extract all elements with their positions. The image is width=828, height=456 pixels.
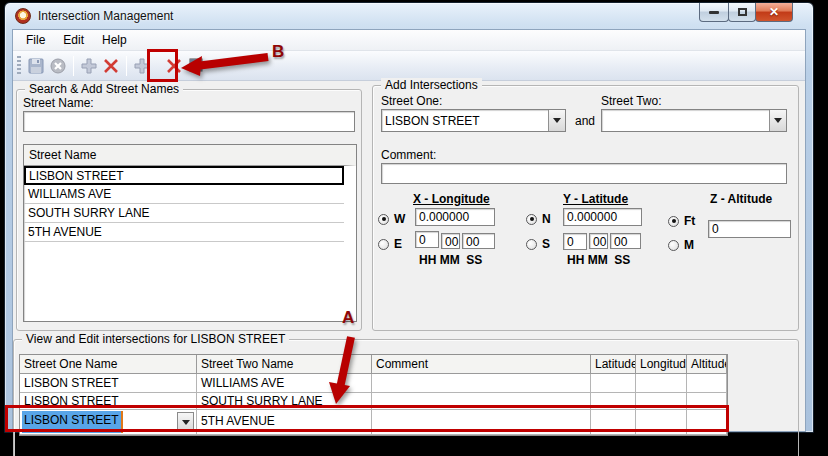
delete-intersection-icon <box>166 58 182 74</box>
cancel-icon <box>50 58 66 74</box>
y-latitude-title: Y - Latitude <box>563 192 628 206</box>
maximize-button[interactable] <box>728 3 756 22</box>
view-intersections-button[interactable] <box>185 55 207 77</box>
street-one-edit-combo[interactable]: LISBON STREET <box>20 410 197 435</box>
col-street-two[interactable]: Street Two Name <box>197 355 372 374</box>
cell-altitude[interactable] <box>687 393 727 410</box>
add-street-icon <box>81 58 97 74</box>
cell-altitude[interactable] <box>687 374 727 393</box>
cell-longitude[interactable] <box>636 410 687 435</box>
add-groupbox-title: Add Intersections <box>381 78 482 92</box>
cell-comment[interactable] <box>372 393 591 410</box>
app-icon <box>15 8 31 24</box>
cell-latitude[interactable] <box>591 374 636 393</box>
delete-street-button[interactable] <box>100 55 122 77</box>
longitude-hms-label: HH MM SS <box>419 253 482 267</box>
cell-street-two[interactable]: SOUTH SURRY LANE <box>197 393 372 410</box>
meters-radio[interactable]: M <box>668 238 694 252</box>
cell-street-one[interactable]: LISBON STREET <box>20 393 197 410</box>
radio-icon <box>378 214 389 225</box>
cell-longitude[interactable] <box>636 374 687 393</box>
toolbar-separator <box>73 56 74 76</box>
radio-icon <box>668 216 679 227</box>
street-one-label: Street One: <box>381 94 442 108</box>
longitude-ss-input[interactable]: 00 <box>462 233 495 249</box>
title-bar[interactable]: Intersection Management ✕ <box>5 3 813 29</box>
table-row-editing[interactable]: LISBON STREET 5TH AVENUE <box>20 410 727 435</box>
west-radio[interactable]: W <box>378 212 405 226</box>
street-name-input[interactable] <box>23 111 355 132</box>
chevron-down-icon[interactable] <box>177 412 194 432</box>
col-street-one[interactable]: Street One Name <box>20 355 197 374</box>
toolbar <box>13 51 805 81</box>
menu-help[interactable]: Help <box>93 31 136 49</box>
save-button[interactable] <box>25 55 47 77</box>
cell-latitude[interactable] <box>591 393 636 410</box>
search-streets-groupbox: Search & Add Street Names Street Name: S… <box>16 89 362 331</box>
south-radio[interactable]: S <box>526 237 550 251</box>
longitude-value-input[interactable]: 0.000000 <box>415 208 495 226</box>
toolbar-separator <box>126 56 127 76</box>
search-groupbox-title: Search & Add Street Names <box>25 82 183 96</box>
street-list-item[interactable]: SOUTH SURRY LANE <box>24 204 344 223</box>
menu-file[interactable]: File <box>17 31 54 49</box>
radio-icon <box>668 240 679 251</box>
client-area: File Edit Help <box>12 29 806 432</box>
and-label: and <box>575 114 595 128</box>
add-street-button[interactable] <box>78 55 100 77</box>
east-radio[interactable]: E <box>378 237 402 251</box>
latitude-ss-input[interactable]: 00 <box>610 233 641 249</box>
radio-icon <box>378 239 389 250</box>
table-row[interactable]: LISBON STREET WILLIAMS AVE <box>20 374 727 393</box>
cell-latitude[interactable] <box>591 410 636 435</box>
latitude-value-input[interactable]: 0.000000 <box>563 208 642 226</box>
view-intersections-groupbox: View and Edit intersections for LISBON S… <box>13 339 799 456</box>
feet-radio[interactable]: Ft <box>668 214 695 228</box>
comment-input[interactable] <box>381 163 787 184</box>
menu-edit[interactable]: Edit <box>54 31 93 49</box>
street-two-combo[interactable] <box>601 109 787 132</box>
cell-longitude[interactable] <box>636 393 687 410</box>
longitude-hh-input[interactable]: 0 <box>415 231 439 248</box>
col-altitude[interactable]: Altitude <box>687 355 727 374</box>
cell-comment[interactable] <box>372 374 591 393</box>
longitude-mm-input[interactable]: 00 <box>441 233 460 249</box>
street-list: Street Name LISBON STREET WILLIAMS AVE S… <box>23 144 357 322</box>
toolbar-grip[interactable] <box>17 56 21 76</box>
add-intersection-button[interactable] <box>131 55 153 77</box>
street-one-combo[interactable]: LISBON STREET <box>381 109 566 132</box>
latitude-mm-input[interactable]: 00 <box>589 233 608 249</box>
north-radio[interactable]: N <box>526 212 551 226</box>
latitude-hh-input[interactable]: 0 <box>563 233 587 250</box>
close-button[interactable]: ✕ <box>755 3 793 22</box>
cell-altitude[interactable] <box>687 410 727 435</box>
selected-text: LISBON STREET <box>22 411 121 433</box>
delete-street-icon <box>103 58 119 74</box>
cell-comment[interactable] <box>372 410 591 435</box>
street-one-value: LISBON STREET <box>382 114 548 128</box>
col-latitude[interactable]: Latitude <box>591 355 636 374</box>
cell-street-two[interactable]: 5TH AVENUE <box>197 410 372 435</box>
view-groupbox-title: View and Edit intersections for LISBON S… <box>22 332 289 346</box>
cell-street-one[interactable]: LISBON STREET <box>20 374 197 393</box>
col-comment[interactable]: Comment <box>372 355 591 374</box>
close-icon: ✕ <box>769 5 779 19</box>
street-list-item[interactable]: LISBON STREET <box>24 166 344 185</box>
chevron-down-icon[interactable] <box>769 110 786 131</box>
col-longitude[interactable]: Longitude <box>636 355 687 374</box>
cell-street-two[interactable]: WILLIAMS AVE <box>197 374 372 393</box>
minimize-button[interactable] <box>699 3 729 22</box>
add-intersection-icon <box>134 58 150 74</box>
minimize-icon <box>709 11 719 14</box>
street-list-item[interactable]: WILLIAMS AVE <box>24 185 344 204</box>
street-list-header: Street Name <box>24 145 356 166</box>
altitude-value-input[interactable]: 0 <box>708 220 791 238</box>
app-window: Intersection Management ✕ File Edit Help <box>4 2 814 433</box>
chevron-down-icon[interactable] <box>548 110 565 131</box>
table-row[interactable]: LISBON STREET SOUTH SURRY LANE <box>20 393 727 410</box>
delete-intersection-button[interactable] <box>163 55 185 77</box>
street-list-item[interactable]: 5TH AVENUE <box>24 223 344 242</box>
cancel-button[interactable] <box>47 55 69 77</box>
window-title: Intersection Management <box>38 9 173 23</box>
view-grid-icon <box>189 58 204 73</box>
